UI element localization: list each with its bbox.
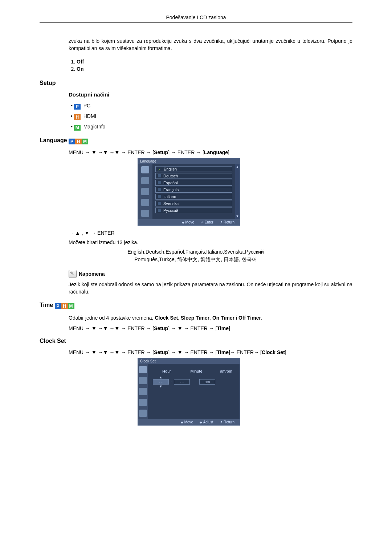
osd-side-icon xyxy=(141,199,149,206)
osd-title: Language xyxy=(138,159,240,164)
clock-hour-field[interactable]: - - xyxy=(153,379,169,385)
chevron-down-icon[interactable]: ▼ xyxy=(159,385,163,388)
intro-paragraph: zvuka na bilo kojem sustavu za reprodukc… xyxy=(69,37,352,52)
language-osd: Language English Deutsch Español Françai… xyxy=(138,158,240,226)
osd-language-list: English Deutsch Español Français Italian… xyxy=(152,164,235,219)
p-icon: P xyxy=(55,303,61,309)
language-body: Možete birati između 13 jezika. xyxy=(69,239,352,246)
m-icon: M xyxy=(82,139,88,144)
osd-lang-item[interactable]: Svenska xyxy=(155,201,232,206)
mode-item: P PC xyxy=(71,103,352,110)
modes-heading: Dostupni načini xyxy=(69,91,352,98)
note-icon xyxy=(69,270,77,278)
osd-foot-move: Move xyxy=(181,420,193,424)
osd-side-icon xyxy=(139,410,147,417)
clockset-menu-path: MENU → ▼ →▼ →▼ → ENTER → [Setup] → ▼ → E… xyxy=(69,349,352,355)
clock-headers: Hour Minute am/pm xyxy=(158,369,235,373)
osd-footer: Move Enter Return xyxy=(138,219,240,225)
p-icon: P xyxy=(69,139,75,144)
osd-foot-adjust: Adjust xyxy=(200,420,213,424)
h-icon: H xyxy=(61,303,68,309)
m-icon: M xyxy=(68,303,74,309)
clock-minute-field[interactable]: - - xyxy=(174,379,190,385)
p-icon: P xyxy=(74,104,81,110)
language-list: English,Deutsch,Español,Français,Italian… xyxy=(105,248,286,263)
mode-label: MagicInfo xyxy=(83,124,106,130)
h-icon: H xyxy=(75,139,82,144)
clockset-heading: Clock Set xyxy=(40,338,352,344)
intro-option: Off xyxy=(77,59,352,65)
scroll-down-icon[interactable]: ▼ xyxy=(236,214,239,218)
time-desc: Odabir jedne od 4 postavke vremena, Cloc… xyxy=(69,314,352,321)
h-icon: H xyxy=(74,114,81,120)
osd-side-icon xyxy=(141,188,149,195)
chevron-up-icon[interactable]: ▲ xyxy=(159,376,163,379)
language-heading: Language PHM xyxy=(40,137,352,144)
intro-option: On xyxy=(77,66,352,72)
scroll-up-icon[interactable]: ▲ xyxy=(236,165,239,169)
language-menu-path: MENU → ▼ →▼ →▼ → ENTER → [Setup] → ENTER… xyxy=(69,149,352,155)
osd-side-icon xyxy=(141,210,149,217)
osd-lang-item[interactable]: Deutsch xyxy=(155,173,232,179)
osd-foot-return: Return xyxy=(220,420,234,424)
osd-side-icon xyxy=(139,399,147,406)
time-heading: Time PHM xyxy=(40,302,352,309)
mode-label: HDMI xyxy=(83,113,97,119)
time-menu-path: MENU → ▼ →▼ →▼ → ENTER → [Setup] → ▼ → E… xyxy=(69,325,352,331)
osd-foot-move: Move xyxy=(182,220,194,224)
osd-footer: Move Adjust Return xyxy=(138,419,240,425)
osd-scrollbar[interactable]: ▲ ▼ xyxy=(235,164,240,219)
note-text: Jezik koji ste odabrali odnosi se samo n… xyxy=(69,281,352,296)
osd-side-icon xyxy=(139,388,147,395)
osd-sidebar xyxy=(138,364,148,419)
osd-foot-return: Return xyxy=(220,220,234,224)
mode-label: PC xyxy=(83,103,90,108)
mode-item: H HDMI xyxy=(71,113,352,120)
note-label: Napomena xyxy=(79,271,105,277)
osd-side-icon xyxy=(139,366,147,373)
osd-title: Clock Set xyxy=(138,358,240,364)
clock-values: ▲ - - ▼ : - - am xyxy=(153,376,235,388)
osd-foot-enter: Enter xyxy=(201,220,213,224)
osd-lang-item[interactable]: Español xyxy=(155,180,232,186)
clockset-osd: Clock Set Hour Minute am/pm xyxy=(138,358,240,426)
osd-lang-item[interactable]: Русский xyxy=(155,208,232,213)
m-icon: M xyxy=(74,125,81,131)
osd-lang-item[interactable]: English xyxy=(155,166,232,172)
clock-ampm-field[interactable]: am xyxy=(199,379,215,385)
osd-side-icon xyxy=(141,166,149,173)
osd-sidebar xyxy=(138,164,152,219)
page-header: Podešavanje LCD zaslona xyxy=(40,15,352,22)
osd-side-icon xyxy=(139,377,147,384)
mode-item: M MagicInfo xyxy=(71,124,352,131)
osd-lang-item[interactable]: Italiano xyxy=(155,194,232,200)
language-after-osd: → ▲ , ▼ → ENTER xyxy=(69,230,352,236)
osd-side-icon xyxy=(141,177,149,184)
osd-lang-item[interactable]: Français xyxy=(155,187,232,193)
setup-heading: Setup xyxy=(40,80,352,86)
